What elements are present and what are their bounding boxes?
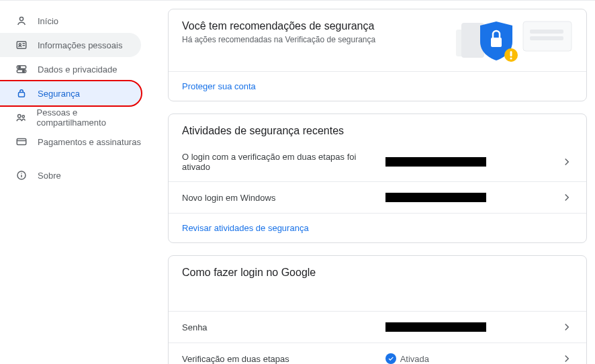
activities-list: O login com a verificação em duas etapas… [169, 142, 586, 213]
sidebar: Início Informações pessoais Dados e priv… [0, 1, 168, 364]
chevron-right-icon [561, 353, 573, 364]
sidebar-item-label: Início [38, 16, 58, 26]
chevron-right-icon [561, 191, 573, 203]
sidebar-item-people-sharing[interactable]: Pessoas e compartilhamento [0, 105, 141, 130]
toggle-icon [15, 62, 28, 76]
row-value: Ativada [385, 353, 561, 364]
home-icon [15, 14, 28, 28]
row-label: Senha [182, 322, 385, 332]
sidebar-item-personal-info[interactable]: Informações pessoais [0, 33, 141, 57]
row-value-text: Ativada [400, 354, 429, 364]
card-title: Como fazer login no Google [169, 256, 586, 311]
info-icon [15, 169, 28, 182]
signin-card: Como fazer login no Google Senha Verific… [168, 255, 587, 364]
svg-rect-20 [510, 51, 512, 56]
redacted-value [385, 322, 486, 332]
redacted-value [385, 193, 486, 202]
card-title: Atividades de segurança recentes [169, 114, 586, 142]
svg-point-2 [19, 44, 21, 46]
sidebar-item-label: Sobre [38, 171, 61, 181]
credit-card-icon [15, 135, 28, 148]
people-icon [15, 111, 28, 124]
activity-value [385, 193, 561, 202]
svg-point-21 [510, 57, 512, 59]
svg-point-6 [23, 71, 25, 73]
check-icon [385, 353, 396, 364]
svg-rect-10 [17, 139, 26, 145]
sidebar-item-about[interactable]: Sobre [0, 163, 141, 187]
recommendations-card: Você tem recomendações de segurança Há a… [168, 9, 587, 101]
activity-label: Novo login em Windows [182, 193, 385, 203]
lock-icon [15, 87, 28, 100]
protect-account-link[interactable]: Proteger sua conta [169, 71, 586, 101]
activity-label: O login com a verificação em duas etapas… [182, 152, 385, 172]
sidebar-item-label: Pagamentos e assinaturas [38, 137, 141, 147]
svg-point-4 [19, 66, 21, 69]
sidebar-item-label: Dados e privacidade [38, 64, 118, 75]
sidebar-item-data-privacy[interactable]: Dados e privacidade [0, 57, 141, 81]
svg-rect-7 [19, 93, 25, 97]
recent-activities-card: Atividades de segurança recentes O login… [168, 113, 587, 243]
sidebar-item-payments[interactable]: Pagamentos e assinaturas [0, 130, 141, 154]
card-header: Você tem recomendações de segurança Há a… [169, 9, 586, 71]
svg-point-9 [22, 116, 24, 118]
main-content: Você tem recomendações de segurança Há a… [168, 1, 595, 364]
activity-row[interactable]: O login com a verificação em duas etapas… [169, 142, 586, 181]
sidebar-item-home[interactable]: Início [0, 9, 141, 33]
row-label: Verificação em duas etapas [182, 354, 385, 364]
svg-point-8 [18, 115, 21, 118]
sidebar-item-label: Segurança [38, 89, 80, 99]
activity-row[interactable]: Novo login em Windows [169, 181, 586, 213]
two-step-row[interactable]: Verificação em duas etapas Ativada [169, 343, 586, 364]
svg-point-12 [21, 173, 22, 174]
card-subtitle: Há ações recomendadas na Verificação de … [182, 35, 573, 44]
sidebar-item-security[interactable]: Segurança [0, 81, 141, 105]
activity-value [385, 157, 561, 167]
chevron-right-icon [561, 156, 573, 168]
review-activities-link[interactable]: Revisar atividades de segurança [169, 213, 586, 242]
row-value [385, 322, 561, 332]
svg-point-19 [504, 48, 518, 62]
svg-point-0 [19, 17, 23, 20]
chevron-right-icon [561, 321, 573, 333]
redacted-value [385, 157, 486, 167]
sidebar-item-label: Pessoas e compartilhamento [37, 107, 141, 128]
card-title: Você tem recomendações de segurança [182, 20, 573, 32]
id-card-icon [15, 38, 28, 52]
sidebar-item-label: Informações pessoais [38, 40, 122, 50]
password-row[interactable]: Senha [169, 311, 586, 343]
